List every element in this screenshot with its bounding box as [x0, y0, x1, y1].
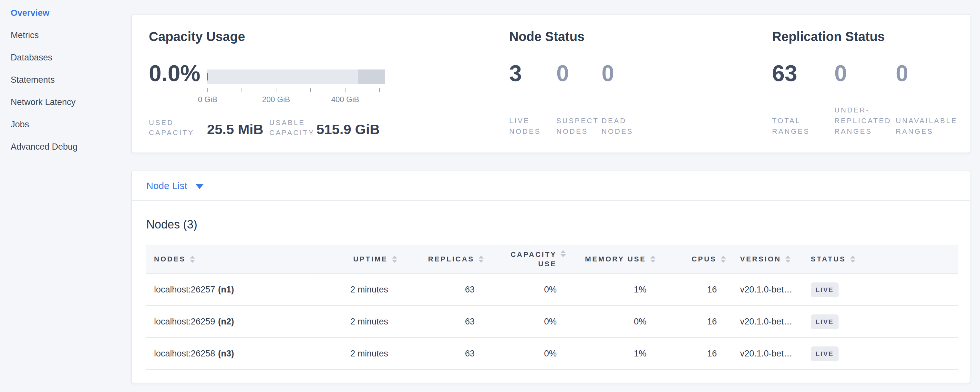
node-list-dropdown-label: Node List [146, 180, 187, 191]
axis-tick [207, 88, 208, 92]
cell-memory-use: 0% [566, 306, 655, 337]
cell-status: LIVE [810, 274, 958, 305]
sort-icon [479, 256, 484, 263]
chevron-down-icon [196, 184, 204, 189]
unavailable-ranges-count: 0 [896, 60, 908, 87]
capacity-usage-meter: 0 GiB 200 GiB 400 GiB [207, 70, 385, 84]
usable-capacity-value: 515.9 GiB [317, 121, 380, 137]
cell-replicas: 63 [397, 306, 484, 337]
axis-tick [310, 88, 311, 92]
status-badge: LIVE [811, 282, 838, 297]
used-capacity-label: USED CAPACITY [149, 118, 194, 138]
sort-icon [785, 256, 791, 263]
axis-tick [242, 88, 242, 92]
cell-cpus: 16 [655, 338, 726, 370]
sort-icon [560, 250, 566, 257]
cell-node[interactable]: localhost:26258 (n3) [146, 338, 319, 370]
sidebar-item-metrics[interactable]: Metrics [0, 24, 131, 46]
cell-status: LIVE [810, 338, 958, 370]
sort-icon [392, 256, 397, 263]
suspect-nodes-label: SUSPECT NODES [556, 115, 599, 137]
cell-cpus: 16 [655, 274, 726, 305]
unavailable-ranges-label: UNAVAILABLE RANGES [896, 115, 958, 137]
col-header-status[interactable]: STATUS [810, 245, 958, 273]
axis-tick [345, 88, 345, 92]
axis-tick-label: 0 GiB [198, 95, 217, 104]
status-badge: LIVE [811, 346, 838, 361]
cell-capacity-use: 0% [484, 306, 566, 337]
node-list-toolbar: Node List [132, 171, 970, 201]
cell-uptime: 2 minutes [319, 306, 397, 337]
node-status-title: Node Status [509, 29, 584, 44]
usable-capacity-label: USABLE CAPACITY [269, 118, 315, 138]
capacity-bar-used-marker [207, 73, 208, 80]
replication-status-panel: Replication Status 63 TOTAL RANGES 0 UND… [772, 14, 969, 153]
axis-tick-label: 200 GiB [262, 95, 290, 104]
nodes-table-body: localhost:26257 (n1) 2 minutes 63 0% 1% … [146, 274, 958, 370]
axis-tick [276, 88, 277, 92]
nodes-table-header: NODES UPTIME REPLICAS CAPACITY USE MEMOR… [146, 245, 958, 274]
node-list-dropdown[interactable]: Node List [146, 180, 204, 191]
capacity-usage-title: Capacity Usage [149, 29, 245, 44]
capacity-usage-panel: Capacity Usage 0.0% 0 GiB 200 GiB 400 Gi… [149, 14, 507, 153]
sidebar-item-network-latency[interactable]: Network Latency [0, 91, 131, 113]
sort-icon [190, 256, 195, 263]
under-replicated-ranges-label: UNDER- REPLICATED RANGES [834, 105, 891, 137]
used-capacity-value: 25.5 MiB [207, 121, 263, 137]
table-row[interactable]: localhost:26259 (n2) 2 minutes 63 0% 0% … [146, 306, 958, 338]
table-row[interactable]: localhost:26258 (n3) 2 minutes 63 0% 1% … [146, 338, 958, 370]
node-list-card: Node List Nodes (3) NODES UPTIME REPLICA… [131, 171, 970, 383]
live-nodes-label: LIVE NODES [509, 115, 541, 137]
cell-version: v20.1.0-bet… [726, 306, 810, 337]
capacity-bar-reserved-segment [358, 70, 385, 84]
sidebar-item-databases[interactable]: Databases [0, 46, 131, 69]
sidebar-item-overview[interactable]: Overview [0, 2, 131, 24]
cell-memory-use: 1% [566, 274, 655, 305]
col-header-nodes[interactable]: NODES [146, 245, 319, 273]
total-ranges-label: TOTAL RANGES [772, 115, 810, 137]
cell-capacity-use: 0% [484, 338, 566, 370]
axis-tick [379, 88, 380, 92]
col-header-uptime[interactable]: UPTIME [319, 245, 397, 273]
nodes-heading: Nodes (3) [146, 218, 197, 231]
sort-icon [721, 256, 726, 263]
under-replicated-ranges-count: 0 [834, 60, 847, 87]
live-nodes-count: 3 [509, 60, 522, 87]
col-header-cpus[interactable]: CPUS [655, 245, 726, 273]
cell-version: v20.1.0-bet… [726, 274, 810, 305]
cell-capacity-use: 0% [484, 274, 566, 305]
sidebar-item-advanced-debug[interactable]: Advanced Debug [0, 136, 131, 158]
col-header-version[interactable]: VERSION [726, 245, 810, 273]
cell-uptime: 2 minutes [319, 338, 397, 370]
column-divider [319, 274, 319, 370]
sort-icon [650, 256, 655, 263]
sidebar: Overview Metrics Databases Statements Ne… [0, 0, 131, 392]
cell-cpus: 16 [655, 306, 726, 337]
dead-nodes-label: DEAD NODES [601, 115, 633, 137]
axis-tick-label: 400 GiB [331, 95, 360, 104]
col-header-replicas[interactable]: REPLICAS [397, 245, 484, 273]
capacity-used-percent: 0.0% [149, 60, 200, 87]
cell-replicas: 63 [397, 274, 484, 305]
cell-node[interactable]: localhost:26259 (n2) [146, 306, 319, 337]
cell-version: v20.1.0-bet… [726, 338, 810, 370]
sidebar-item-jobs[interactable]: Jobs [0, 113, 131, 136]
sidebar-item-statements[interactable]: Statements [0, 69, 131, 91]
col-header-memory-use[interactable]: MEMORY USE [566, 245, 655, 273]
suspect-nodes-count: 0 [556, 60, 569, 87]
nodes-table: NODES UPTIME REPLICAS CAPACITY USE MEMOR… [146, 245, 958, 370]
cell-replicas: 63 [397, 338, 484, 370]
node-status-panel: Node Status 3 LIVE NODES 0 SUSPECT NODES… [509, 14, 768, 153]
col-header-capacity-use[interactable]: CAPACITY USE [484, 245, 566, 273]
table-row[interactable]: localhost:26257 (n1) 2 minutes 63 0% 1% … [146, 274, 958, 306]
cell-memory-use: 1% [566, 338, 655, 370]
cell-uptime: 2 minutes [319, 274, 397, 305]
cell-node[interactable]: localhost:26257 (n1) [146, 274, 319, 305]
cell-status: LIVE [810, 306, 958, 337]
total-ranges-count: 63 [772, 60, 797, 87]
sort-icon [850, 256, 855, 263]
status-badge: LIVE [811, 314, 838, 329]
cluster-summary-card: Capacity Usage 0.0% 0 GiB 200 GiB 400 Gi… [131, 14, 970, 153]
dead-nodes-count: 0 [601, 60, 614, 87]
replication-status-title: Replication Status [772, 29, 885, 44]
